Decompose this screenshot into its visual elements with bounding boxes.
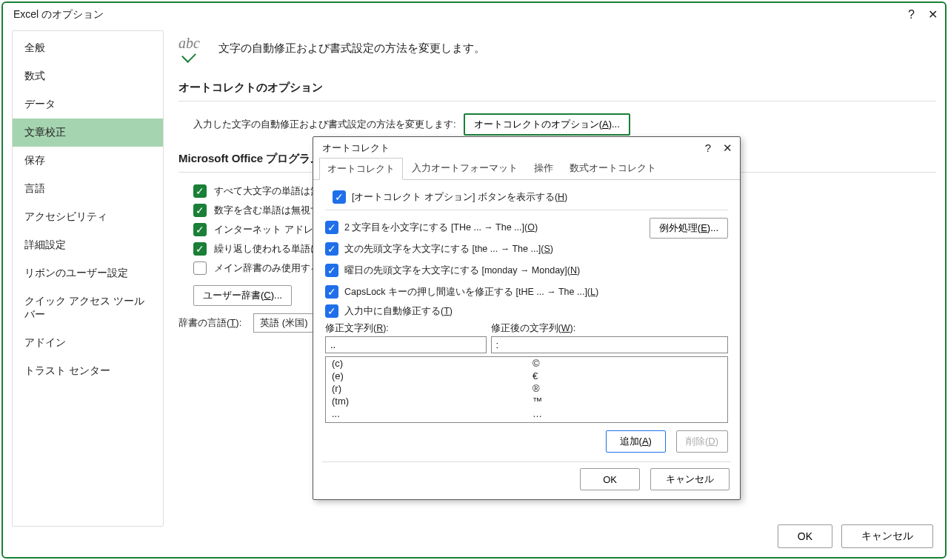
tab-autocorrect[interactable]: オートコレクト bbox=[319, 158, 403, 180]
help-icon[interactable]: ? bbox=[705, 141, 711, 155]
exceptions-button[interactable]: 例外処理(E)... bbox=[650, 218, 728, 239]
autocorrect-entries-list[interactable]: (c)© (e)€ (r)® (tm)™ ...… bbox=[325, 356, 728, 423]
with-col-label: 修正後の文字列(W): bbox=[491, 322, 728, 335]
options-cancel-button[interactable]: キャンセル bbox=[841, 524, 933, 548]
titlebar: Excel のオプション ? ✕ bbox=[3, 3, 945, 26]
sidebar-item-qat[interactable]: クイック アクセス ツール バー bbox=[13, 287, 163, 329]
tab-autoformat[interactable]: 入力オートフォーマット bbox=[404, 158, 525, 179]
autocorrect-dialog: オートコレクト ? ✕ オートコレクト 入力オートフォーマット 操作 数式オート… bbox=[313, 136, 741, 500]
chk-replace-typing[interactable] bbox=[325, 304, 338, 318]
chk-ignore-urls[interactable] bbox=[193, 223, 207, 236]
autocorrect-options-button[interactable]: オートコレクトのオプション(A)... bbox=[464, 113, 630, 136]
chk-show-ac-button[interactable] bbox=[333, 190, 346, 204]
chk-main-dict-only[interactable] bbox=[193, 261, 207, 275]
options-ok-button[interactable]: OK bbox=[778, 524, 832, 548]
lbl-replace-typing: 入力中に自動修正する(T) bbox=[344, 305, 453, 318]
delete-button: 削除(D) bbox=[676, 430, 728, 453]
tab-math-autocorrect[interactable]: 数式オートコレクト bbox=[562, 158, 664, 179]
lbl-cap-days: 曜日の先頭文字を大文字にする [monday → Monday](N) bbox=[344, 264, 580, 277]
window-title: Excel のオプション bbox=[13, 8, 104, 21]
proofing-icon: abc bbox=[178, 35, 208, 61]
sidebar-item-formulas[interactable]: 数式 bbox=[13, 62, 163, 90]
dict-lang-label: 辞書の言語(T): bbox=[178, 316, 241, 330]
lbl-capslock: CapsLock キーの押し間違いを修正する [tHE ... → The ..… bbox=[344, 286, 598, 299]
chk-cap-sentence[interactable] bbox=[325, 242, 338, 256]
sidebar-item-general[interactable]: 全般 bbox=[13, 34, 163, 62]
sidebar-item-proofing[interactable]: 文章校正 bbox=[13, 119, 163, 147]
sidebar-item-trust[interactable]: トラスト センター bbox=[13, 357, 163, 385]
replace-col-label: 修正文字列(R): bbox=[325, 322, 487, 335]
chk-flag-repeated[interactable] bbox=[193, 242, 207, 256]
sidebar-item-language[interactable]: 言語 bbox=[13, 175, 163, 203]
sidebar-item-ribbon[interactable]: リボンのユーザー設定 bbox=[13, 259, 163, 287]
autocorrect-tabs: オートコレクト 入力オートフォーマット 操作 数式オートコレクト bbox=[313, 158, 740, 180]
page-description: 文字の自動修正および書式設定の方法を変更します。 bbox=[218, 41, 485, 56]
autocorrect-cancel-button[interactable]: キャンセル bbox=[650, 468, 730, 490]
autocorrect-dialog-title: オートコレクト bbox=[322, 141, 390, 155]
chk-two-initial-caps[interactable] bbox=[325, 221, 338, 234]
chk-cap-days[interactable] bbox=[325, 264, 338, 277]
chk-ignore-uppercase[interactable] bbox=[193, 184, 207, 198]
lbl-show-ac-button: [オートコレクト オプション] ボタンを表示する(H) bbox=[352, 191, 567, 204]
close-icon[interactable]: ✕ bbox=[723, 141, 732, 155]
list-item[interactable]: (c)© bbox=[326, 357, 727, 370]
with-input[interactable] bbox=[491, 336, 728, 353]
list-item[interactable]: (e)€ bbox=[326, 370, 727, 382]
chk-ignore-numbers[interactable] bbox=[193, 204, 207, 217]
sidebar-item-data[interactable]: データ bbox=[13, 90, 163, 119]
sidebar-item-save[interactable]: 保存 bbox=[13, 147, 163, 175]
help-icon[interactable]: ? bbox=[908, 8, 915, 21]
options-window: Excel のオプション ? ✕ 全般 数式 データ 文章校正 保存 言語 アク… bbox=[1, 1, 947, 559]
sidebar-item-advanced[interactable]: 詳細設定 bbox=[13, 231, 163, 259]
list-item[interactable]: (r)® bbox=[326, 382, 727, 395]
sidebar-item-accessibility[interactable]: アクセシビリティ bbox=[13, 203, 163, 231]
list-item[interactable]: ...… bbox=[326, 407, 727, 420]
section-autocorrect-title: オートコレクトのオプション bbox=[178, 81, 936, 95]
lbl-cap-sentence: 文の先頭文字を大文字にする [the ... → The ...](S) bbox=[344, 243, 553, 256]
autocorrect-prompt: 入力した文字の自動修正および書式設定の方法を変更します: bbox=[193, 118, 456, 131]
sidebar-item-addins[interactable]: アドイン bbox=[13, 329, 163, 357]
close-icon[interactable]: ✕ bbox=[928, 7, 938, 21]
user-dictionary-button[interactable]: ユーザー辞書(C)... bbox=[193, 285, 292, 306]
add-button[interactable]: 追加(A) bbox=[606, 430, 666, 453]
lbl-two-initial-caps: 2 文字目を小文字にする [THe ... → The ...](O) bbox=[344, 221, 538, 234]
autocorrect-ok-button[interactable]: OK bbox=[580, 468, 640, 490]
category-sidebar: 全般 数式 データ 文章校正 保存 言語 アクセシビリティ 詳細設定 リボンのユ… bbox=[12, 30, 164, 527]
replace-input[interactable] bbox=[325, 336, 487, 353]
chk-capslock[interactable] bbox=[325, 285, 338, 299]
tab-actions[interactable]: 操作 bbox=[527, 158, 561, 179]
list-item[interactable]: (tm)™ bbox=[326, 395, 727, 407]
